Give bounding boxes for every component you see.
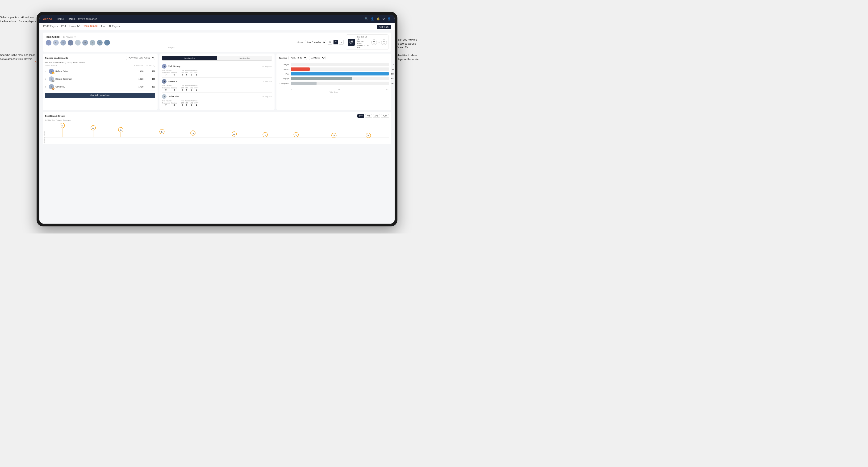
stat-group-activities-1: Total Practice Activities OTT 0 APP 0 <box>181 70 198 76</box>
axis-400: 400 <box>386 89 389 90</box>
col-score: PB SCORE <box>132 65 144 66</box>
bar-label-birdies: Birdies <box>279 68 289 70</box>
col-sq: PB AVG SQ <box>144 65 155 66</box>
stat-title-rounds-3: Total Rounds <box>162 100 177 102</box>
stat-group-activities-2: Total Practice Activities OTT 0 APP 0 <box>181 85 198 91</box>
bar-value-bogeys: 311 <box>391 77 394 80</box>
stat-app-2: APP 0 <box>185 87 188 91</box>
shot-info: Shot Dist: 16 yds Start Lie: Rough End L… <box>356 36 369 49</box>
avatar-3[interactable]: C <box>60 40 66 46</box>
sub-nav-pgat[interactable]: PGAT Players <box>43 25 58 28</box>
arrow-right-icon: → <box>378 41 380 43</box>
avatar-9[interactable]: T <box>104 40 110 46</box>
show-select[interactable]: Last 3 months Last 6 months Last year <box>305 40 326 44</box>
stat-title-rounds-2: Total Rounds <box>162 85 177 87</box>
lb-rank-3: 3 <box>45 86 49 88</box>
nav-item-teams[interactable]: Teams <box>67 18 75 20</box>
nav-bar: clippd Home Teams My Performance 🔍 👤 🔔 ⚙… <box>39 14 395 23</box>
lb-avatar-3: C 3 <box>49 84 54 89</box>
axis-0: 0 <box>291 89 292 90</box>
bar-label-pars: Pars <box>279 73 289 75</box>
sub-nav-tour[interactable]: Tour <box>101 25 105 28</box>
search-icon[interactable]: 🔍 <box>365 17 368 21</box>
stat-putt-3: PUTT 1 <box>194 102 198 106</box>
pc-name-3: Josh Coles <box>168 95 262 98</box>
streak-btn-app[interactable]: APP <box>365 114 372 118</box>
bar-row-dbogeys: D. Bogeys + 131 <box>279 82 389 85</box>
drill-select[interactable]: PUTT Must Make Putting <box>126 56 155 60</box>
sub-nav-hcaps[interactable]: Hcaps 1-5 <box>69 25 81 28</box>
tab-most-active[interactable]: Most Active <box>162 56 217 60</box>
par-filter-select[interactable]: Par 3, 4 & 5s <box>288 56 307 60</box>
nav-item-performance[interactable]: My Performance <box>78 18 97 20</box>
bell-icon[interactable]: 🔔 <box>376 17 380 21</box>
stat-values-activities-1: OTT 0 APP 0 ARG 0 <box>181 72 198 76</box>
add-team-button[interactable]: Add Team <box>377 25 391 29</box>
stat-title-rounds-1: Total Rounds <box>162 70 177 71</box>
svg-text:6x: 6x <box>120 129 122 131</box>
avatar-8[interactable]: M <box>97 40 103 46</box>
stat-values-activities-2: OTT 0 APP 0 ARG 0 <box>181 87 198 91</box>
stats-row-2: Total Rounds Tournament 8 Practice 4 <box>162 85 272 91</box>
bar-label-eagles: Eagles <box>279 63 289 66</box>
tablet-frame: clippd Home Teams My Performance 🔍 👤 🔔 ⚙… <box>36 12 398 226</box>
list-view-btn[interactable]: ≡ <box>339 40 344 44</box>
avatar-2[interactable]: E <box>53 40 59 46</box>
stat-ott-1: OTT 0 <box>181 72 184 76</box>
streak-btn-ott[interactable]: OTT <box>357 114 364 118</box>
stat-putt-1: PUTT 1 <box>194 72 198 76</box>
stat-title-activities-2: Total Practice Activities <box>181 85 198 87</box>
view-full-leaderboard-button[interactable]: View Full Leaderboard <box>45 93 155 98</box>
settings-icon[interactable]: ⚙ <box>382 17 385 21</box>
pc-name-1: Blair McHarg <box>168 65 262 67</box>
stat-title-activities-3: Total Practice Activities <box>181 100 198 102</box>
streak-btn-arg[interactable]: ARG <box>373 114 380 118</box>
person-icon[interactable]: 👤 <box>371 17 374 21</box>
stat-values-activities-3: OTT 0 APP 0 ARG 0 <box>181 102 198 106</box>
pc-avatar-2: R <box>162 79 166 84</box>
avatar-4[interactable]: B <box>67 40 73 46</box>
three-col-panels: Practice Leaderboards PUTT Must Make Put… <box>43 54 391 110</box>
bar-track-eagles: 3 <box>291 63 389 66</box>
sub-nav-right: Add Team <box>377 24 391 29</box>
streak-subtitle: Off The Tee, Fairway Accuracy <box>45 119 389 121</box>
stat-group-rounds-2: Total Rounds Tournament 8 Practice 4 <box>162 85 177 91</box>
lb-sq-3: 103 <box>144 86 155 88</box>
bar-track-dbogeys: 131 <box>291 82 389 85</box>
team-name: Team Clippd <box>45 36 59 38</box>
bar-chart: Eagles 3 Birdies 96 <box>279 62 389 87</box>
sub-nav-pga[interactable]: PGA <box>61 25 66 28</box>
lb-score-1: 19/20 <box>132 70 144 72</box>
bar-track-bogeys: 311 <box>291 77 389 80</box>
show-controls: Show: Last 3 months Last 6 months Last y… <box>298 40 344 44</box>
sub-nav-team-clippd[interactable]: Team Clippd <box>84 25 97 28</box>
lb-rank-2: 2 <box>45 78 49 80</box>
tab-least-active[interactable]: Least Active <box>217 56 272 60</box>
stat-group-rounds-1: Total Rounds Tournament 7 Practice 6 <box>162 70 177 76</box>
players-filter-select[interactable]: All Players <box>309 56 326 60</box>
svg-text:3x: 3x <box>368 135 369 136</box>
grid-view-btn[interactable]: ⊞ <box>328 40 332 44</box>
lb-badge-gold: 1 <box>52 72 55 74</box>
nav-item-home[interactable]: Home <box>57 18 64 20</box>
bar-label-dbogeys: D. Bogeys + <box>279 82 289 85</box>
user-avatar-icon[interactable]: 👤 <box>387 17 391 21</box>
avatar-7[interactable]: J <box>89 40 96 46</box>
leaderboard-panel: Practice Leaderboards PUTT Must Make Put… <box>43 54 158 110</box>
avatar-1[interactable]: R <box>45 40 52 46</box>
player-card-header-1: B Blair McHarg 26 Aug 2023 <box>162 64 272 69</box>
card-view-btn[interactable]: ☰ <box>333 40 338 44</box>
streaks-buttons: OTT APP ARG PUTT <box>357 114 389 118</box>
streak-btn-putt[interactable]: PUTT <box>381 114 389 118</box>
shot-badge-wrapper: 198 SQ <box>348 39 355 46</box>
bar-value-birdies: 96 <box>392 68 394 70</box>
bar-fill-birdies <box>291 67 310 71</box>
sub-nav-all-players[interactable]: All Players <box>109 25 120 28</box>
edit-icon[interactable]: ✏ <box>74 36 76 38</box>
players-label: Players <box>45 46 298 49</box>
stat-arg-1: ARG 0 <box>190 72 193 76</box>
svg-text:4x: 4x <box>295 134 297 136</box>
avatar-6[interactable]: R <box>82 40 88 46</box>
pc-name-2: Rees Britt <box>168 80 262 83</box>
avatar-5[interactable]: J <box>75 40 81 46</box>
